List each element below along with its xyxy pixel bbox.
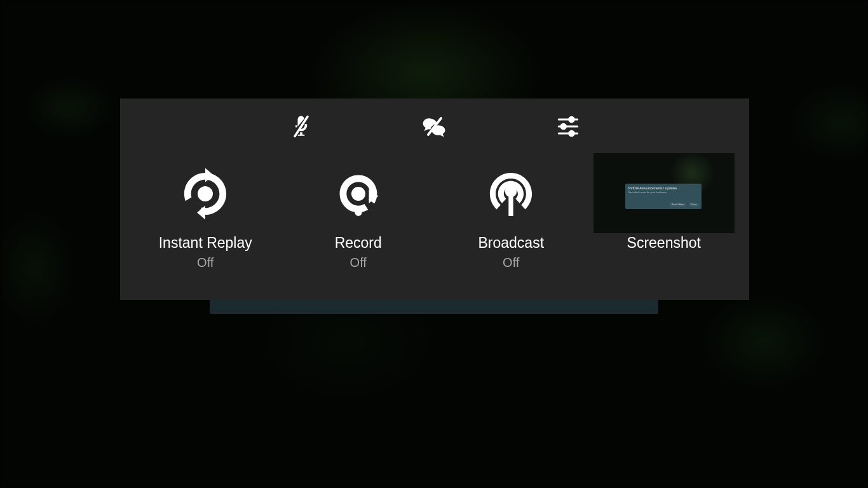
- screenshot-button[interactable]: NVIDIA Announcements / Updates See what'…: [588, 156, 741, 252]
- svg-point-6: [561, 124, 566, 128]
- icon-container: [482, 156, 540, 232]
- thumbnail-dialog: NVIDIA Announcements / Updates See what'…: [625, 184, 702, 209]
- broadcast-icon: [482, 165, 540, 223]
- microphone-muted-icon: [287, 112, 315, 140]
- settings-button[interactable]: [552, 111, 584, 142]
- chat-toggle-button[interactable]: [419, 111, 451, 142]
- svg-point-13: [355, 209, 362, 216]
- instant-replay-button[interactable]: Instant Replay Off: [129, 156, 282, 270]
- svg-point-12: [351, 187, 365, 201]
- svg-point-7: [569, 131, 574, 135]
- thumbnail-title: NVIDIA Announcements / Updates: [628, 186, 698, 190]
- svg-point-10: [198, 186, 213, 201]
- svg-marker-9: [197, 205, 205, 219]
- chat-disabled-icon: [421, 112, 449, 140]
- thumbnail-button-right: Close: [689, 203, 699, 207]
- instant-replay-status: Off: [197, 255, 214, 270]
- broadcast-label: Broadcast: [478, 234, 544, 252]
- screenshot-thumbnail: NVIDIA Announcements / Updates See what'…: [593, 153, 735, 233]
- nvidia-share-overlay: Instant Replay Off Record Off: [120, 98, 749, 300]
- record-icon: [329, 165, 388, 223]
- broadcast-status: Off: [503, 255, 519, 270]
- sliders-icon: [554, 112, 582, 140]
- broadcast-button[interactable]: Broadcast Off: [435, 156, 588, 270]
- overlay-feature-row: Instant Replay Off Record Off: [120, 149, 749, 300]
- icon-container: [176, 156, 234, 232]
- record-label: Record: [335, 234, 382, 252]
- screenshot-thumbnail-container: NVIDIA Announcements / Updates See what'…: [593, 156, 735, 232]
- overlay-top-toolbar: [120, 98, 749, 149]
- screenshot-label: Screenshot: [627, 234, 701, 252]
- instant-replay-icon: [176, 165, 234, 223]
- microphone-toggle-button[interactable]: [285, 111, 317, 142]
- record-status: Off: [350, 255, 367, 270]
- svg-point-5: [569, 117, 574, 121]
- svg-rect-15: [509, 193, 513, 216]
- thumbnail-subtitle: See what's new for your hardware: [628, 191, 698, 194]
- record-button[interactable]: Record Off: [282, 156, 435, 270]
- icon-container: [329, 156, 388, 232]
- thumbnail-button-left: Read More: [670, 203, 686, 207]
- instant-replay-label: Instant Replay: [159, 234, 252, 252]
